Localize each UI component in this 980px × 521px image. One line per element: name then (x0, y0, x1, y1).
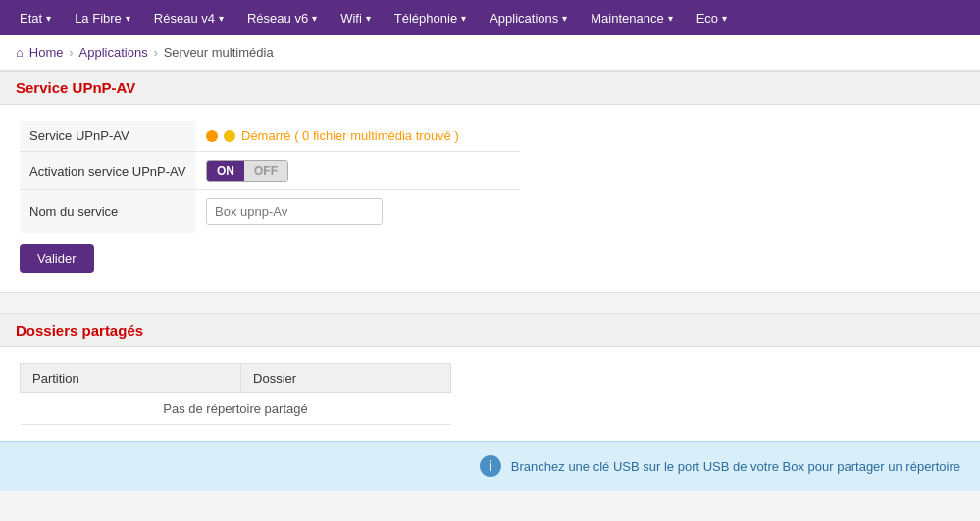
col-partition: Partition (21, 364, 241, 393)
dossiers-table-header-row: Partition Dossier (21, 364, 451, 393)
nav-reseau-v4[interactable]: Réseau v4 ▾ (142, 0, 235, 35)
nav-la-fibre-arrow: ▾ (126, 13, 130, 24)
dossiers-section-header: Dossiers partagés (0, 313, 980, 347)
content-area: Service UPnP-AV Service UPnP-AV Démarré … (0, 71, 980, 491)
info-banner: i Branchez une clé USB sur le port USB d… (0, 441, 980, 491)
breadcrumb-applications[interactable]: Applications (79, 45, 148, 60)
breadcrumb-home[interactable]: Home (29, 45, 64, 60)
nom-service-input[interactable] (206, 198, 383, 225)
dossiers-section-title: Dossiers partagés (16, 322, 143, 339)
nav-la-fibre[interactable]: La Fibre ▾ (63, 0, 142, 35)
nav-etat-arrow: ▾ (46, 13, 51, 24)
nav-eco[interactable]: Eco ▾ (685, 0, 739, 35)
info-text: Branchez une clé USB sur le port USB de … (511, 459, 960, 474)
table-row-empty: Pas de répertoire partagé (21, 393, 451, 425)
breadcrumb-sep-1: › (70, 46, 74, 60)
col-dossier: Dossier (241, 364, 451, 393)
table-row-nom: Nom du service (20, 190, 520, 234)
toggle-container: ON OFF (206, 160, 510, 182)
nav-applications[interactable]: Applications ▾ (478, 0, 579, 35)
value-service-status: Démarré ( 0 fichier multimédia trouvé ) (196, 121, 520, 152)
value-toggle: ON OFF (196, 152, 520, 190)
label-activation: Activation service UPnP-AV (20, 152, 196, 190)
breadcrumb: ⌂ Home › Applications › Serveur multiméd… (0, 35, 980, 71)
nav-maintenance-arrow: ▾ (668, 13, 673, 24)
status-dot-orange (206, 130, 218, 142)
nav-reseau-v6-arrow: ▾ (312, 13, 317, 24)
top-navigation: Etat ▾ La Fibre ▾ Réseau v4 ▾ Réseau v6 … (0, 0, 980, 35)
service-section-title: Service UPnP-AV (16, 79, 135, 96)
nav-etat[interactable]: Etat ▾ (8, 0, 63, 35)
label-service-upnp: Service UPnP-AV (20, 121, 196, 152)
nav-reseau-v4-arrow: ▾ (219, 13, 224, 24)
home-icon: ⌂ (16, 45, 24, 60)
table-row-status: Service UPnP-AV Démarré ( 0 fichier mult… (20, 121, 520, 152)
breadcrumb-current: Serveur multimédia (164, 45, 274, 60)
valider-button[interactable]: Valider (20, 244, 94, 273)
nav-eco-arrow: ▾ (722, 13, 727, 24)
status-indicator: Démarré ( 0 fichier multimédia trouvé ) (206, 129, 510, 143)
dossiers-section: Dossiers partagés Partition Dossier Pas … (0, 313, 980, 491)
status-dot-yellow (224, 130, 235, 142)
toggle-off-label: OFF (244, 161, 287, 181)
table-row-toggle: Activation service UPnP-AV ON OFF (20, 152, 520, 190)
nav-reseau-v6[interactable]: Réseau v6 ▾ (235, 0, 329, 35)
nav-telephonie[interactable]: Téléphonie ▾ (383, 0, 478, 35)
nav-telephonie-arrow: ▾ (461, 13, 466, 24)
status-text: Démarré ( 0 fichier multimédia trouvé ) (241, 129, 459, 143)
label-nom-service: Nom du service (20, 190, 196, 234)
nav-applications-arrow: ▾ (562, 13, 567, 24)
toggle-switch[interactable]: ON OFF (206, 160, 288, 182)
service-section-header: Service UPnP-AV (0, 71, 980, 105)
info-icon: i (480, 455, 501, 477)
value-nom-service (196, 190, 520, 234)
breadcrumb-sep-2: › (154, 46, 158, 60)
toggle-on-label: ON (207, 161, 244, 181)
dossiers-table-wrap: Partition Dossier Pas de répertoire part… (0, 347, 980, 441)
nav-wifi-arrow: ▾ (366, 13, 371, 24)
service-form: Service UPnP-AV Démarré ( 0 fichier mult… (0, 105, 980, 293)
empty-message: Pas de répertoire partagé (21, 393, 451, 425)
nav-maintenance[interactable]: Maintenance ▾ (579, 0, 684, 35)
service-table: Service UPnP-AV Démarré ( 0 fichier mult… (20, 121, 520, 233)
dossiers-table: Partition Dossier Pas de répertoire part… (20, 363, 451, 425)
nav-wifi[interactable]: Wifi ▾ (329, 0, 383, 35)
